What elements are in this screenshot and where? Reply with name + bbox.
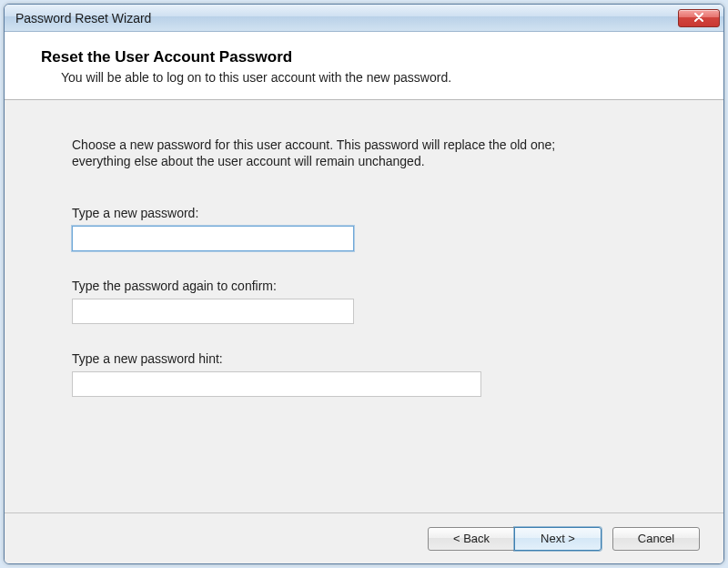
hint-label: Type a new password hint: — [72, 351, 669, 366]
intro-text: Choose a new password for this user acco… — [72, 137, 581, 169]
wizard-footer: < Back Next > Cancel — [5, 512, 723, 563]
wizard-body: Choose a new password for this user acco… — [5, 100, 723, 512]
confirm-password-label: Type the password again to confirm: — [72, 279, 669, 293]
page-title: Reset the User Account Password — [41, 48, 687, 66]
cancel-button[interactable]: Cancel — [612, 527, 700, 551]
confirm-password-block: Type the password again to confirm: — [72, 279, 669, 324]
wizard-window: Password Reset Wizard Reset the User Acc… — [4, 4, 724, 564]
close-button[interactable] — [678, 9, 720, 27]
title-bar[interactable]: Password Reset Wizard — [5, 5, 723, 32]
window-title: Password Reset Wizard — [15, 11, 151, 25]
wizard-header: Reset the User Account Password You will… — [5, 32, 723, 100]
nav-button-group: < Back Next > — [428, 527, 602, 551]
close-icon — [693, 12, 704, 25]
new-password-label: Type a new password: — [72, 206, 669, 220]
confirm-password-input[interactable] — [72, 299, 354, 324]
page-subtitle: You will be able to log on to this user … — [41, 70, 687, 85]
back-button[interactable]: < Back — [428, 527, 515, 551]
next-button[interactable]: Next > — [514, 527, 602, 551]
new-password-input[interactable] — [72, 226, 354, 251]
new-password-block: Type a new password: — [72, 206, 669, 251]
hint-block: Type a new password hint: — [72, 351, 669, 397]
hint-input[interactable] — [72, 371, 481, 397]
